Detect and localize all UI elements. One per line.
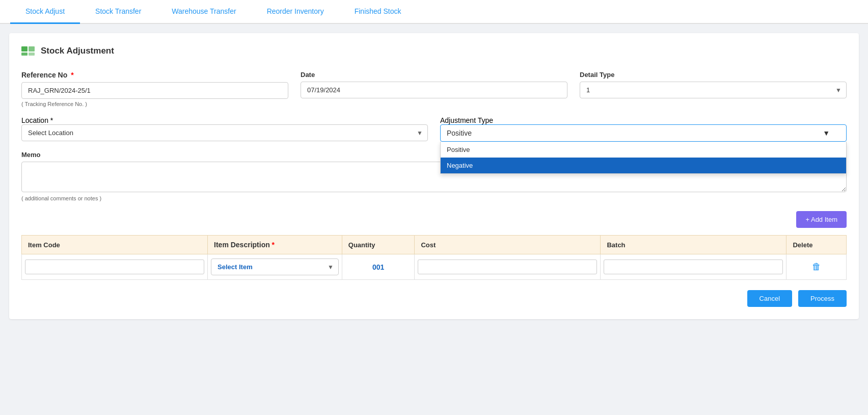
tab-reorder-inventory[interactable]: Reorder Inventory [252, 0, 339, 24]
detail-type-group: Detail Type 1 ▼ [580, 71, 847, 98]
quantity-value: 001 [345, 263, 412, 271]
date-group: Date [301, 71, 567, 98]
dropdown-option-positive[interactable]: Positive [441, 142, 846, 158]
svg-rect-1 [29, 46, 35, 51]
col-item-description: Item Description * [208, 236, 342, 254]
adjustment-type-value: Positive [447, 129, 472, 137]
adjustment-type-chevron-icon: ▼ [823, 129, 830, 137]
stock-adjustment-icon [21, 45, 36, 57]
cost-input[interactable] [418, 260, 597, 274]
delete-icon[interactable]: 🗑 [790, 262, 843, 272]
date-input[interactable] [301, 82, 567, 98]
add-item-row: + Add Item [21, 211, 847, 228]
location-select-wrapper: Select Location ▼ [21, 124, 428, 141]
detail-type-select[interactable]: 1 [580, 82, 847, 98]
cell-cost [415, 254, 601, 280]
svg-rect-0 [21, 46, 28, 51]
item-code-input[interactable] [25, 260, 204, 274]
reference-no-label: Reference No * [21, 71, 288, 79]
footer-buttons: Cancel Process [21, 290, 847, 307]
cell-item-description: Select Item ▼ [208, 254, 342, 280]
reference-no-hint: ( Tracking Reference No. ) [21, 101, 288, 107]
adjustment-type-display[interactable]: Positive ▼ [440, 124, 847, 142]
col-delete: Delete [786, 236, 847, 254]
adjustment-type-dropdown-list: Positive Negative [440, 142, 847, 174]
table-row: Select Item ▼ 001 🗑 [22, 254, 847, 280]
location-select[interactable]: Select Location [21, 124, 428, 141]
col-item-code: Item Code [22, 236, 208, 254]
table-header-row: Item Code Item Description * Quantity Co… [22, 236, 847, 254]
reference-no-group: Reference No * ( Tracking Reference No. … [21, 71, 288, 107]
location-group: Location * Select Location ▼ [21, 116, 428, 141]
adjustment-type-group: Adjustment Type Positive ▼ Positive Nega… [440, 116, 847, 142]
item-description-select[interactable]: Select Item [211, 258, 339, 275]
page-header: Stock Adjustment [21, 45, 847, 57]
table-header: Item Code Item Description * Quantity Co… [22, 236, 847, 254]
svg-rect-2 [21, 53, 28, 56]
page-title: Stock Adjustment [41, 46, 114, 56]
tab-stock-adjust[interactable]: Stock Adjust [10, 0, 80, 24]
dropdown-option-negative[interactable]: Negative [441, 158, 846, 173]
adjustment-type-label: Adjustment Type [440, 116, 493, 124]
col-cost: Cost [415, 236, 601, 254]
col-quantity: Quantity [342, 236, 415, 254]
cancel-button[interactable]: Cancel [747, 290, 792, 307]
table-body: Select Item ▼ 001 🗑 [22, 254, 847, 280]
cell-item-code [22, 254, 208, 280]
items-table: Item Code Item Description * Quantity Co… [21, 235, 847, 280]
main-content: Stock Adjustment Reference No * ( Tracki… [9, 33, 859, 319]
tab-stock-transfer[interactable]: Stock Transfer [80, 0, 156, 24]
nav-tabs: Stock Adjust Stock Transfer Warehouse Tr… [0, 0, 868, 24]
cell-delete: 🗑 [786, 254, 847, 280]
tab-warehouse-transfer[interactable]: Warehouse Transfer [156, 0, 251, 24]
item-description-select-wrapper: Select Item ▼ [211, 258, 339, 275]
svg-rect-3 [29, 53, 35, 56]
col-batch: Batch [601, 236, 786, 254]
detail-type-label: Detail Type [580, 71, 847, 79]
cell-quantity: 001 [342, 254, 415, 280]
tab-finished-stock[interactable]: Finished Stock [339, 0, 417, 24]
form-row-1: Reference No * ( Tracking Reference No. … [21, 71, 847, 107]
date-label: Date [301, 71, 567, 79]
cell-batch [601, 254, 786, 280]
adjustment-type-dropdown-container: Positive ▼ Positive Negative [440, 124, 847, 142]
location-adjustment-row: Location * Select Location ▼ Adjustment … [21, 116, 847, 142]
memo-hint: ( additional comments or notes ) [21, 195, 101, 201]
batch-input[interactable] [604, 260, 783, 274]
add-item-button[interactable]: + Add Item [796, 211, 847, 228]
process-button[interactable]: Process [798, 290, 847, 307]
location-label: Location * [21, 116, 53, 124]
reference-no-input[interactable] [21, 82, 288, 99]
detail-type-select-wrapper: 1 ▼ [580, 82, 847, 98]
